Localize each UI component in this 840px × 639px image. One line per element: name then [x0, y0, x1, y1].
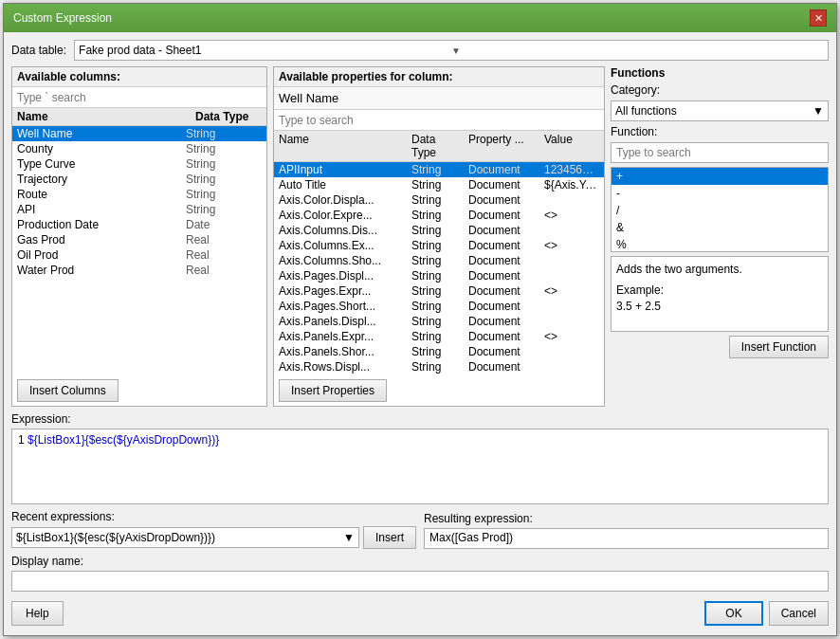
column-list-item[interactable]: Well NameString	[12, 126, 266, 141]
function-list-item[interactable]: +	[612, 168, 828, 185]
column-list-item[interactable]: Production DateDate	[12, 217, 266, 232]
ok-button[interactable]: OK	[704, 601, 762, 626]
prop-prop: Document	[468, 360, 544, 374]
property-list-item[interactable]: Axis.Columns.Sho...StringDocument	[274, 253, 604, 268]
col-name: Oil Prod	[17, 248, 186, 262]
property-list-item[interactable]: Axis.Columns.Ex...StringDocument<>	[274, 238, 604, 253]
col-type: Real	[186, 264, 262, 277]
prop-val: <>	[544, 209, 599, 222]
close-button[interactable]: ✕	[810, 9, 827, 27]
prop-name: Axis.Columns.Dis...	[279, 224, 411, 237]
recent-arrow: ▼	[343, 531, 355, 544]
prop-name: Axis.Columns.Ex...	[279, 239, 411, 252]
function-list-item[interactable]: -	[612, 185, 828, 202]
col-name: Well Name	[17, 127, 186, 140]
property-list-item[interactable]: Axis.Color.Expre...StringDocument<>	[274, 208, 604, 223]
expression-section: Expression: 1 ${ListBox1}{$esc(${yAxisDr…	[11, 412, 829, 504]
property-list-item[interactable]: Axis.Panels.Expr...StringDocument<>	[274, 329, 604, 344]
prop-prop: Document	[468, 345, 544, 358]
function-list-item[interactable]: /	[612, 202, 828, 219]
recent-select[interactable]: ${ListBox1}(${esc(${yAxisDropDown})}) ▼	[11, 527, 359, 548]
display-name-input[interactable]	[11, 571, 829, 592]
column-list-item[interactable]: CountyString	[12, 141, 266, 156]
recent-value: ${ListBox1}(${esc(${yAxisDropDown})})	[16, 531, 215, 544]
prop-type: String	[411, 163, 468, 176]
recent-expressions-section: Recent expressions: ${ListBox1}(${esc(${…	[11, 510, 416, 549]
prop-name: Axis.Columns.Sho...	[279, 254, 411, 267]
prop-type: String	[411, 224, 468, 237]
column-list-item[interactable]: Oil ProdReal	[12, 247, 266, 263]
column-list-item[interactable]: APIString	[12, 202, 266, 217]
expression-box[interactable]: 1 ${ListBox1}{$esc(${yAxisDropDown})}	[11, 429, 829, 504]
col-name: Production Date	[17, 218, 186, 231]
property-list-item[interactable]: APIInputStringDocument1234567890123...	[274, 162, 604, 177]
prop-val: <>	[544, 284, 599, 298]
col-header-name: Name	[12, 108, 191, 125]
help-button[interactable]: Help	[11, 601, 64, 626]
function-list-item[interactable]: &	[612, 219, 828, 236]
prop-header-scroll	[590, 131, 604, 161]
custom-expression-dialog: Custom Expression ✕ Data table: Fake pro…	[3, 3, 837, 636]
column-list-item[interactable]: Type CurveString	[12, 156, 266, 172]
property-list-item[interactable]: Axis.Columns.Dis...StringDocument	[274, 223, 604, 238]
column-list-item[interactable]: RouteString	[12, 187, 266, 202]
recent-insert-button[interactable]: Insert	[363, 526, 416, 549]
properties-search-input[interactable]	[274, 110, 604, 131]
prop-prop: Document	[468, 254, 544, 267]
function-list-item[interactable]: %	[612, 236, 828, 252]
prop-type: String	[411, 254, 468, 267]
resulting-section: Resulting expression: Max([Gas Prod])	[424, 512, 829, 549]
property-list-item[interactable]: Auto TitleStringDocument${Axis.Y.ShortDi…	[274, 177, 604, 192]
property-list-item[interactable]: Axis.Color.Displa...StringDocument	[274, 192, 604, 208]
prop-name: Axis.Pages.Displ...	[279, 269, 411, 283]
property-list-item[interactable]: Axis.Pages.Displ...StringDocument	[274, 268, 604, 283]
property-list-item[interactable]: Axis.Panels.Shor...StringDocument	[274, 344, 604, 359]
category-select[interactable]: All functions ▼	[611, 100, 829, 121]
display-name-label: Display name:	[11, 555, 829, 568]
col-type: String	[186, 188, 262, 201]
insert-properties-button[interactable]: Insert Properties	[279, 379, 387, 402]
example-label: Example:	[616, 283, 664, 297]
col-name: Route	[17, 188, 186, 201]
category-arrow: ▼	[813, 104, 824, 118]
available-properties-panel: Available properties for column: Well Na…	[273, 66, 605, 407]
property-list-item[interactable]: Axis.Panels.Displ...StringDocument	[274, 314, 604, 329]
prop-prop: Document	[468, 269, 544, 283]
prop-val: ${Axis.Y.ShortDi...	[544, 178, 599, 192]
prop-val: <>	[544, 330, 599, 343]
function-label: Function:	[611, 125, 829, 138]
property-list-item[interactable]: Axis.Pages.Expr...StringDocument<>	[274, 283, 604, 299]
columns-header-row: Name Data Type	[12, 108, 266, 126]
resulting-label: Resulting expression:	[424, 512, 829, 525]
expression-esc: {$esc(${yAxisDropDown})}	[85, 433, 219, 447]
prop-type: String	[411, 193, 468, 207]
prop-type: String	[411, 300, 468, 313]
prop-prop: Document	[468, 315, 544, 328]
col-type: String	[186, 203, 262, 216]
insert-function-button[interactable]: Insert Function	[729, 336, 829, 358]
prop-prop: Document	[468, 193, 544, 207]
cancel-button[interactable]: Cancel	[769, 601, 829, 626]
prop-type: String	[411, 178, 468, 192]
column-list-item[interactable]: Gas ProdReal	[12, 232, 266, 247]
prop-name: Axis.Rows.Displ...	[279, 360, 411, 374]
prop-prop: Document	[468, 209, 544, 222]
column-list-item[interactable]: Water ProdReal	[12, 263, 266, 278]
prop-prop: Document	[468, 178, 544, 192]
insert-columns-button[interactable]: Insert Columns	[17, 379, 119, 402]
col-header-type: Data Type	[191, 108, 266, 125]
prop-name: Axis.Color.Expre...	[279, 209, 411, 222]
property-list-item[interactable]: Axis.Pages.Short...StringDocument	[274, 299, 604, 314]
prop-header-val: Value	[539, 131, 590, 161]
columns-search-input[interactable]	[12, 87, 266, 108]
prop-type: String	[411, 345, 468, 358]
available-columns-panel: Available columns: Name Data Type Well N…	[11, 66, 267, 407]
data-table-select[interactable]: Fake prod data - Sheet1 ▼	[74, 40, 829, 61]
columns-list: Well NameStringCountyStringType CurveStr…	[12, 126, 266, 375]
prop-prop: Document	[468, 239, 544, 252]
main-panels: Available columns: Name Data Type Well N…	[11, 66, 829, 407]
column-list-item[interactable]: TrajectoryString	[12, 172, 266, 187]
function-search-input[interactable]	[611, 142, 829, 163]
col-name: Water Prod	[17, 264, 186, 277]
property-list-item[interactable]: Axis.Rows.Displ...StringDocument	[274, 359, 604, 374]
